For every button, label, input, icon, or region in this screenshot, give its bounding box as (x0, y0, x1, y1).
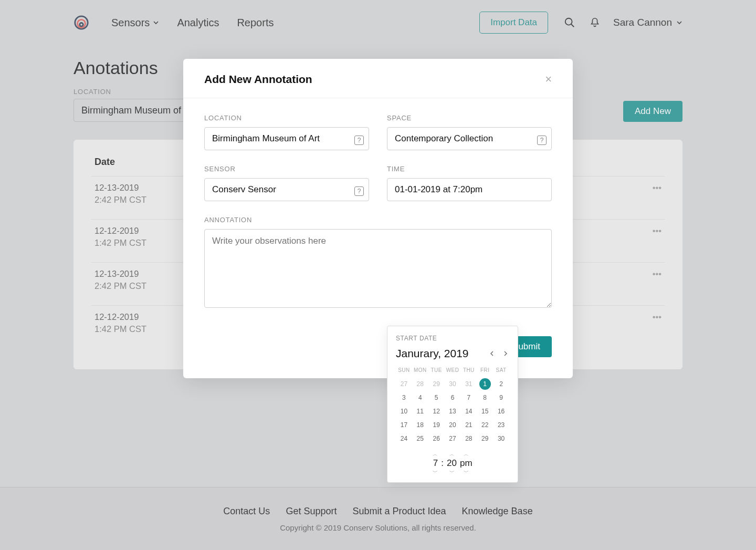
datepicker-dow: TUE (428, 367, 445, 376)
datepicker-next[interactable] (501, 349, 509, 358)
datepicker-day[interactable]: 15 (477, 406, 493, 417)
datepicker-dow: SAT (493, 367, 509, 376)
datepicker-prev[interactable] (488, 349, 497, 358)
add-annotation-modal: Add New Annotation × LOCATION ? SPACE ? … (183, 59, 573, 378)
datepicker-day[interactable]: 11 (412, 406, 428, 417)
datepicker-day[interactable]: 17 (396, 419, 412, 431)
datepicker-day[interactable]: 20 (445, 419, 461, 431)
datepicker-day[interactable]: 24 (396, 433, 412, 444)
minute-up[interactable]: ︿ (449, 452, 455, 457)
datepicker-dow: SUN (396, 367, 412, 376)
datepicker-day[interactable]: 18 (412, 419, 428, 431)
minute-down[interactable]: ﹀ (449, 470, 455, 475)
modal-location-label: LOCATION (204, 114, 369, 122)
datepicker-day[interactable]: 19 (428, 419, 445, 431)
datepicker-day[interactable]: 1 (479, 378, 491, 390)
datepicker-month: Janurary, 2019 (396, 347, 484, 360)
datepicker-day[interactable]: 30 (445, 378, 461, 390)
help-icon[interactable]: ? (354, 136, 364, 145)
datepicker-day[interactable]: 21 (460, 419, 477, 431)
modal-annotation-textarea[interactable] (204, 229, 552, 308)
hour-down[interactable]: ﹀ (433, 470, 438, 475)
datepicker-day[interactable]: 4 (412, 392, 428, 403)
datepicker-dow: FRI (477, 367, 493, 376)
datepicker-start-label: START DATE (396, 335, 509, 342)
datepicker-day[interactable]: 23 (493, 419, 509, 431)
datepicker-day[interactable]: 30 (493, 433, 509, 444)
datepicker-day[interactable]: 26 (428, 433, 445, 444)
help-icon[interactable]: ? (537, 136, 547, 145)
datepicker-dow: THU (460, 367, 477, 376)
datepicker-day[interactable]: 28 (460, 433, 477, 444)
datepicker-hour: 7 (433, 458, 438, 469)
modal-title: Add New Annotation (204, 73, 312, 86)
modal-space-label: SPACE (387, 114, 552, 122)
datepicker-day[interactable]: 7 (460, 392, 477, 403)
datepicker-day[interactable]: 29 (477, 433, 493, 444)
datepicker-minute: 20 (447, 458, 457, 469)
modal-time-label: TIME (387, 165, 552, 173)
datepicker-day[interactable]: 2 (493, 378, 509, 390)
datepicker-day[interactable]: 5 (428, 392, 445, 403)
ampm-up[interactable]: ︿ (464, 452, 469, 457)
datepicker-dow: MON (412, 367, 428, 376)
modal-location-input[interactable] (204, 127, 369, 150)
datepicker-day[interactable]: 3 (396, 392, 412, 403)
datepicker-day[interactable]: 27 (396, 378, 412, 390)
datepicker-day[interactable]: 28 (412, 378, 428, 390)
datepicker-day[interactable]: 29 (428, 378, 445, 390)
datepicker-day[interactable]: 16 (493, 406, 509, 417)
modal-time-input[interactable] (387, 178, 552, 201)
datepicker-popover: START DATE Janurary, 2019 SUNMONTUEWEDTH… (387, 326, 518, 483)
modal-annotation-label: ANNOTATION (204, 216, 552, 224)
ampm-down[interactable]: ﹀ (464, 470, 469, 475)
datepicker-ampm: pm (460, 458, 472, 469)
datepicker-day[interactable]: 8 (477, 392, 493, 403)
datepicker-day[interactable]: 25 (412, 433, 428, 444)
datepicker-day[interactable]: 27 (445, 433, 461, 444)
datepicker-day[interactable]: 31 (460, 378, 477, 390)
datepicker-day[interactable]: 22 (477, 419, 493, 431)
modal-sensor-input[interactable] (204, 178, 369, 201)
datepicker-day[interactable]: 9 (493, 392, 509, 403)
datepicker-day[interactable]: 10 (396, 406, 412, 417)
modal-space-input[interactable] (387, 127, 552, 150)
close-icon[interactable]: × (545, 72, 552, 86)
hour-up[interactable]: ︿ (433, 452, 438, 457)
modal-sensor-label: SENSOR (204, 165, 369, 173)
datepicker-day[interactable]: 14 (460, 406, 477, 417)
datepicker-dow: WED (445, 367, 461, 376)
modal-backdrop: Add New Annotation × LOCATION ? SPACE ? … (0, 0, 756, 550)
datepicker-day[interactable]: 13 (445, 406, 461, 417)
help-icon[interactable]: ? (354, 186, 364, 196)
datepicker-day[interactable]: 6 (445, 392, 461, 403)
datepicker-day[interactable]: 12 (428, 406, 445, 417)
